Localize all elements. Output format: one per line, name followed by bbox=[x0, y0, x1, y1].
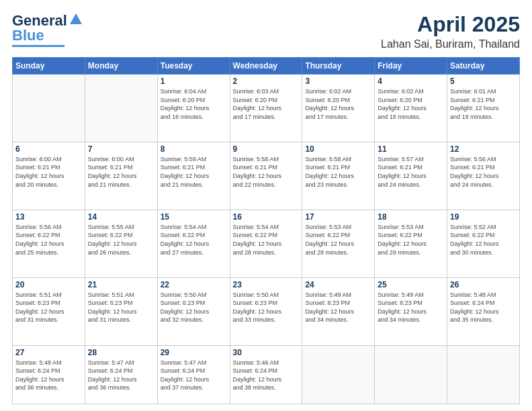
day-number: 19 bbox=[450, 212, 517, 222]
calendar-cell: 13Sunrise: 5:56 AM Sunset: 6:22 PM Dayli… bbox=[13, 210, 85, 277]
day-info: Sunrise: 5:53 AM Sunset: 6:22 PM Dayligh… bbox=[305, 223, 371, 257]
calendar-table: Sunday Monday Tuesday Wednesday Thursday… bbox=[12, 57, 520, 404]
day-number: 24 bbox=[305, 280, 371, 289]
day-number: 13 bbox=[15, 212, 82, 222]
day-number: 21 bbox=[88, 280, 154, 289]
day-info: Sunrise: 5:59 AM Sunset: 6:21 PM Dayligh… bbox=[161, 155, 227, 189]
day-info: Sunrise: 5:47 AM Sunset: 6:24 PM Dayligh… bbox=[161, 359, 227, 392]
svg-marker-0 bbox=[70, 13, 82, 24]
day-info: Sunrise: 6:00 AM Sunset: 6:21 PM Dayligh… bbox=[88, 155, 154, 189]
calendar-cell: 30Sunrise: 5:46 AM Sunset: 6:24 PM Dayli… bbox=[230, 345, 302, 404]
calendar-week-row: 27Sunrise: 5:48 AM Sunset: 6:24 PM Dayli… bbox=[13, 345, 520, 404]
calendar-cell: 17Sunrise: 5:53 AM Sunset: 6:22 PM Dayli… bbox=[302, 210, 375, 277]
day-number: 28 bbox=[88, 348, 154, 357]
subtitle: Lahan Sai, Buriram, Thailand bbox=[381, 38, 520, 50]
day-number: 22 bbox=[161, 280, 227, 289]
day-number: 7 bbox=[88, 144, 154, 154]
day-info: Sunrise: 5:57 AM Sunset: 6:21 PM Dayligh… bbox=[378, 155, 444, 189]
day-info: Sunrise: 5:48 AM Sunset: 6:24 PM Dayligh… bbox=[15, 359, 82, 392]
calendar-cell: 6Sunrise: 6:00 AM Sunset: 6:21 PM Daylig… bbox=[13, 142, 85, 210]
day-number: 3 bbox=[305, 77, 371, 86]
calendar-cell: 8Sunrise: 5:59 AM Sunset: 6:21 PM Daylig… bbox=[157, 142, 230, 210]
day-number: 12 bbox=[450, 144, 517, 154]
calendar-cell: 4Sunrise: 6:02 AM Sunset: 6:20 PM Daylig… bbox=[375, 75, 447, 142]
calendar-cell: 21Sunrise: 5:51 AM Sunset: 6:23 PM Dayli… bbox=[85, 277, 157, 345]
day-number: 18 bbox=[378, 212, 444, 222]
day-info: Sunrise: 5:56 AM Sunset: 6:22 PM Dayligh… bbox=[15, 223, 82, 257]
header: General Blue April 2025 Lahan Sai, Burir… bbox=[12, 12, 520, 50]
day-number: 30 bbox=[233, 348, 300, 357]
day-number: 29 bbox=[161, 348, 227, 357]
calendar-week-row: 20Sunrise: 5:51 AM Sunset: 6:23 PM Dayli… bbox=[13, 277, 520, 345]
day-info: Sunrise: 6:00 AM Sunset: 6:21 PM Dayligh… bbox=[15, 155, 82, 189]
day-number: 14 bbox=[88, 212, 154, 222]
logo-underline bbox=[12, 45, 64, 47]
calendar-cell: 7Sunrise: 6:00 AM Sunset: 6:21 PM Daylig… bbox=[85, 142, 157, 210]
logo-icon bbox=[69, 12, 83, 27]
day-number: 16 bbox=[233, 212, 300, 222]
day-info: Sunrise: 5:46 AM Sunset: 6:24 PM Dayligh… bbox=[233, 359, 300, 392]
col-sunday: Sunday bbox=[13, 58, 85, 75]
calendar-cell: 9Sunrise: 5:58 AM Sunset: 6:21 PM Daylig… bbox=[230, 142, 302, 210]
day-info: Sunrise: 5:53 AM Sunset: 6:22 PM Dayligh… bbox=[378, 223, 444, 257]
calendar-cell bbox=[302, 345, 375, 404]
main-title: April 2025 bbox=[381, 12, 520, 37]
calendar-week-row: 13Sunrise: 5:56 AM Sunset: 6:22 PM Dayli… bbox=[13, 210, 520, 277]
day-number: 6 bbox=[15, 144, 82, 154]
day-number: 4 bbox=[378, 77, 444, 86]
calendar-cell: 1Sunrise: 6:04 AM Sunset: 6:20 PM Daylig… bbox=[157, 75, 230, 142]
calendar-cell: 2Sunrise: 6:03 AM Sunset: 6:20 PM Daylig… bbox=[230, 75, 302, 142]
calendar-cell: 12Sunrise: 5:56 AM Sunset: 6:21 PM Dayli… bbox=[447, 142, 520, 210]
calendar-cell: 27Sunrise: 5:48 AM Sunset: 6:24 PM Dayli… bbox=[13, 345, 85, 404]
col-thursday: Thursday bbox=[302, 58, 375, 75]
col-tuesday: Tuesday bbox=[157, 58, 230, 75]
calendar-cell: 11Sunrise: 5:57 AM Sunset: 6:21 PM Dayli… bbox=[375, 142, 447, 210]
day-info: Sunrise: 6:02 AM Sunset: 6:20 PM Dayligh… bbox=[305, 87, 371, 121]
calendar-week-row: 1Sunrise: 6:04 AM Sunset: 6:20 PM Daylig… bbox=[13, 75, 520, 142]
day-info: Sunrise: 5:47 AM Sunset: 6:24 PM Dayligh… bbox=[88, 359, 154, 392]
calendar-cell: 15Sunrise: 5:54 AM Sunset: 6:22 PM Dayli… bbox=[157, 210, 230, 277]
calendar-cell: 23Sunrise: 5:50 AM Sunset: 6:23 PM Dayli… bbox=[230, 277, 302, 345]
calendar-cell: 14Sunrise: 5:55 AM Sunset: 6:22 PM Dayli… bbox=[85, 210, 157, 277]
day-number: 25 bbox=[378, 280, 444, 289]
calendar-cell bbox=[13, 75, 85, 142]
calendar-cell: 28Sunrise: 5:47 AM Sunset: 6:24 PM Dayli… bbox=[85, 345, 157, 404]
calendar-header-row: Sunday Monday Tuesday Wednesday Thursday… bbox=[13, 58, 520, 75]
day-info: Sunrise: 5:48 AM Sunset: 6:24 PM Dayligh… bbox=[450, 291, 517, 324]
col-monday: Monday bbox=[85, 58, 157, 75]
col-friday: Friday bbox=[375, 58, 447, 75]
logo-general: General bbox=[12, 12, 67, 30]
day-number: 2 bbox=[233, 77, 300, 86]
calendar-cell: 10Sunrise: 5:58 AM Sunset: 6:21 PM Dayli… bbox=[302, 142, 375, 210]
day-number: 26 bbox=[450, 280, 517, 289]
day-info: Sunrise: 5:49 AM Sunset: 6:23 PM Dayligh… bbox=[305, 291, 371, 324]
day-number: 27 bbox=[15, 348, 82, 357]
day-info: Sunrise: 5:49 AM Sunset: 6:23 PM Dayligh… bbox=[378, 291, 444, 324]
calendar-cell: 25Sunrise: 5:49 AM Sunset: 6:23 PM Dayli… bbox=[375, 277, 447, 345]
calendar-cell: 29Sunrise: 5:47 AM Sunset: 6:24 PM Dayli… bbox=[157, 345, 230, 404]
day-number: 5 bbox=[450, 77, 517, 86]
day-info: Sunrise: 6:02 AM Sunset: 6:20 PM Dayligh… bbox=[378, 87, 444, 121]
calendar-week-row: 6Sunrise: 6:00 AM Sunset: 6:21 PM Daylig… bbox=[13, 142, 520, 210]
day-info: Sunrise: 6:01 AM Sunset: 6:21 PM Dayligh… bbox=[450, 87, 517, 121]
day-info: Sunrise: 5:56 AM Sunset: 6:21 PM Dayligh… bbox=[450, 155, 517, 189]
logo: General Blue bbox=[12, 12, 83, 47]
day-info: Sunrise: 6:03 AM Sunset: 6:20 PM Dayligh… bbox=[233, 87, 300, 121]
calendar-cell: 20Sunrise: 5:51 AM Sunset: 6:23 PM Dayli… bbox=[13, 277, 85, 345]
day-info: Sunrise: 5:54 AM Sunset: 6:22 PM Dayligh… bbox=[233, 223, 300, 257]
calendar-cell: 18Sunrise: 5:53 AM Sunset: 6:22 PM Dayli… bbox=[375, 210, 447, 277]
calendar-cell: 19Sunrise: 5:52 AM Sunset: 6:22 PM Dayli… bbox=[447, 210, 520, 277]
day-number: 8 bbox=[161, 144, 227, 154]
day-number: 1 bbox=[161, 77, 227, 86]
calendar-cell: 3Sunrise: 6:02 AM Sunset: 6:20 PM Daylig… bbox=[302, 75, 375, 142]
calendar-cell: 22Sunrise: 5:50 AM Sunset: 6:23 PM Dayli… bbox=[157, 277, 230, 345]
col-wednesday: Wednesday bbox=[230, 58, 302, 75]
day-number: 20 bbox=[15, 280, 82, 289]
day-number: 11 bbox=[378, 144, 444, 154]
day-number: 17 bbox=[305, 212, 371, 222]
day-number: 15 bbox=[161, 212, 227, 222]
day-number: 9 bbox=[233, 144, 300, 154]
day-info: Sunrise: 5:50 AM Sunset: 6:23 PM Dayligh… bbox=[161, 291, 227, 324]
day-info: Sunrise: 5:58 AM Sunset: 6:21 PM Dayligh… bbox=[233, 155, 300, 189]
calendar-cell: 24Sunrise: 5:49 AM Sunset: 6:23 PM Dayli… bbox=[302, 277, 375, 345]
